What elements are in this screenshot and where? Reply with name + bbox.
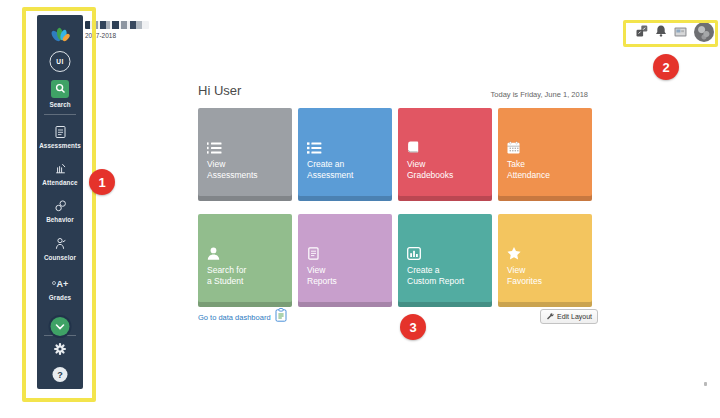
user-profile-button[interactable] [694, 22, 714, 42]
tile-view-gradebooks[interactable]: View Gradebooks [398, 108, 492, 201]
grades-aplus-icon: A+ [37, 277, 83, 291]
sidebar-item-label: Grades [37, 294, 83, 301]
gear-icon [53, 342, 67, 360]
tile-view-reports[interactable]: View Reports [298, 214, 392, 307]
tile-label: View Favorites [507, 265, 587, 287]
data-dashboard-link[interactable]: Go to data dashboard [198, 313, 271, 322]
tile-label: Take Attendance [507, 159, 587, 181]
search-label: Search [37, 101, 83, 108]
sidebar-item-assessments[interactable]: Assessments [37, 125, 83, 149]
avatar-initials: UI [56, 58, 63, 65]
help-button[interactable]: ? [53, 367, 68, 382]
book-icon [407, 140, 420, 154]
search-icon [55, 82, 66, 97]
tile-label: Create an Assessment [307, 159, 387, 181]
edit-layout-button[interactable]: Edit Layout [540, 309, 598, 324]
callout-1: 1 [89, 169, 115, 195]
callout-2: 2 [653, 54, 679, 80]
tile-label: Create a Custom Report [407, 265, 487, 287]
tile-label: View Gradebooks [407, 159, 487, 181]
dashboard-page: UI Search Assessments [0, 0, 720, 418]
user-avatar [694, 22, 714, 42]
wrench-icon [546, 312, 554, 321]
sidebar: UI Search Assessments [37, 15, 83, 389]
attendance-hand-icon [37, 162, 83, 176]
clipboard-chart-icon[interactable] [275, 308, 287, 326]
sidebar-divider [44, 114, 76, 115]
behavior-faces-icon [37, 199, 83, 213]
tile-search-student[interactable]: Search for a Student [198, 214, 292, 307]
sidebar-item-counselor[interactable]: Counselor [37, 237, 83, 261]
bell-icon [655, 25, 667, 40]
tile-create-custom-report[interactable]: Create a Custom Report [398, 214, 492, 307]
school-header: 2017-2018 [85, 21, 149, 39]
switch-sites-button[interactable] [636, 25, 648, 40]
question-mark-icon: ? [57, 370, 63, 380]
user-initials-avatar[interactable]: UI [50, 51, 71, 72]
sidebar-expand-button[interactable] [51, 317, 70, 336]
sidebar-item-behavior[interactable]: Behavior [37, 199, 83, 223]
dashboard-link-row: Go to data dashboard [198, 308, 287, 326]
sidebar-item-label: Behavior [37, 216, 83, 223]
tile-create-assessment[interactable]: Create an Assessment [298, 108, 392, 201]
school-name-redacted [85, 21, 149, 29]
bulleted-list-icon [307, 140, 322, 154]
numbered-list-icon [207, 140, 222, 154]
dashboard-tile-grid: View Assessments Create an Assessment Vi… [198, 108, 592, 307]
assessments-document-icon [37, 125, 83, 139]
search-button[interactable] [51, 80, 69, 98]
greeting-heading: Hi User [198, 83, 241, 98]
sidebar-item-grades[interactable]: A+ Grades [37, 277, 83, 301]
illuminate-logo[interactable] [37, 23, 83, 45]
calendar-icon [507, 140, 520, 154]
sidebar-item-attendance[interactable]: Attendance [37, 162, 83, 186]
switch-sites-icon [636, 25, 648, 40]
sidebar-item-label: Assessments [37, 142, 83, 149]
sidebar-item-label: Attendance [37, 179, 83, 186]
topbar-icon-group [636, 22, 714, 42]
star-icon [507, 246, 521, 260]
callout-3: 3 [400, 314, 426, 340]
settings-button[interactable] [37, 342, 83, 360]
tile-label: View Assessments [207, 159, 287, 181]
tile-label: View Reports [307, 265, 387, 287]
tile-view-assessments[interactable]: View Assessments [198, 108, 292, 201]
notifications-button[interactable] [655, 25, 667, 40]
person-icon [207, 246, 220, 260]
report-document-icon [307, 246, 320, 260]
tile-take-attendance[interactable]: Take Attendance [498, 108, 592, 201]
counselor-person-icon [37, 237, 83, 251]
chevron-down-icon [55, 319, 66, 334]
tile-label: Search for a Student [207, 265, 287, 287]
screenshot-thumbnail-button[interactable] [674, 25, 687, 40]
sidebar-item-label: Counselor [37, 254, 83, 261]
image-icon [674, 25, 687, 40]
tile-view-favorites[interactable]: View Favorites [498, 214, 592, 307]
bar-chart-icon [407, 246, 421, 260]
edit-layout-label: Edit Layout [557, 313, 592, 320]
school-year: 2017-2018 [85, 32, 149, 39]
current-date-text: Today is Friday, June 1, 2018 [491, 90, 588, 99]
stray-mark [704, 382, 707, 386]
